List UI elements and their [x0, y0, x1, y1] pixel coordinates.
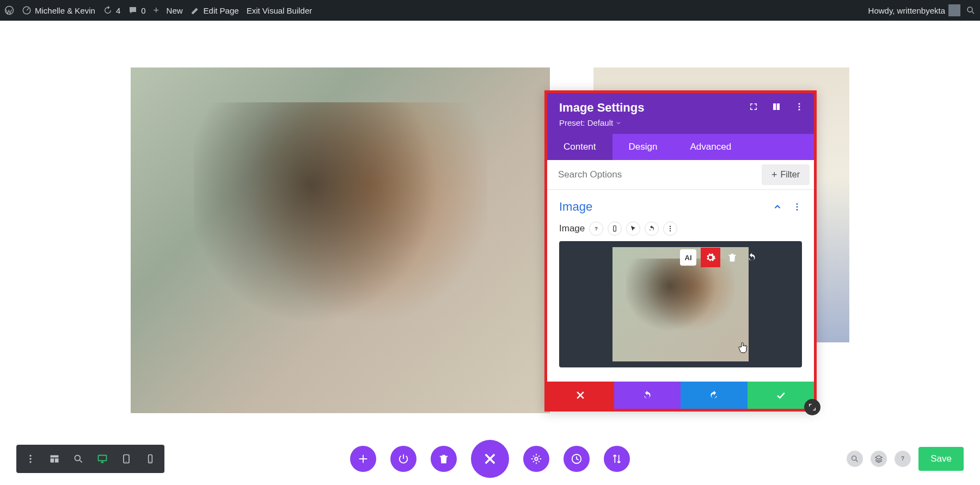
expand-icon[interactable] [749, 102, 758, 112]
desktop-view-button[interactable] [91, 448, 113, 470]
svg-point-28 [150, 461, 151, 462]
tab-design[interactable]: Design [612, 134, 674, 160]
site-name-link[interactable]: Michelle & Kevin [22, 5, 95, 15]
zoom-view-button[interactable] [68, 448, 89, 470]
add-button[interactable] [350, 446, 376, 472]
wp-logo-menu[interactable] [4, 5, 14, 15]
svg-point-7 [799, 109, 800, 110]
portability-button[interactable] [604, 446, 630, 472]
trash-icon [438, 453, 450, 465]
wp-admin-bar: Michelle & Kevin 4 0 +New Edit Page Exit… [0, 0, 980, 21]
svg-point-10 [797, 209, 798, 211]
new-content-link[interactable]: +New [154, 5, 183, 15]
page-image-left[interactable] [131, 67, 550, 413]
cancel-button[interactable] [547, 382, 614, 409]
view-controls-box [16, 445, 164, 473]
image-settings-gear-button[interactable] [701, 248, 720, 267]
refresh-icon [103, 5, 113, 15]
account-menu[interactable]: Howdy, writtenbyekta [868, 4, 960, 16]
ai-button[interactable]: AI [680, 249, 696, 266]
hover-button[interactable] [626, 222, 640, 236]
more-icon[interactable] [792, 202, 802, 212]
comments-link[interactable]: 0 [128, 5, 145, 15]
svg-rect-22 [55, 458, 59, 463]
pencil-icon [191, 5, 200, 15]
plus-icon: + [154, 5, 163, 15]
group-header-image[interactable]: Image [559, 200, 802, 214]
menu-button[interactable] [20, 448, 41, 470]
thumb-toolbar: AI [680, 248, 759, 267]
more-icon [25, 453, 36, 464]
svg-point-18 [29, 458, 31, 459]
svg-point-17 [29, 455, 31, 457]
mobile-view-button[interactable] [139, 448, 161, 470]
panel-tabs: Content Design Advanced [547, 134, 814, 160]
tab-advanced[interactable]: Advanced [673, 134, 748, 160]
help-icon: ? [898, 455, 907, 463]
wordpress-icon [4, 5, 14, 15]
svg-point-8 [797, 203, 798, 205]
check-icon [775, 390, 786, 401]
chevron-up-icon[interactable] [773, 202, 782, 212]
svg-point-13 [615, 230, 615, 231]
page-canvas: Image Settings Preset: Default Content D… [0, 21, 980, 485]
close-icon [482, 451, 498, 466]
wireframe-view-button[interactable] [44, 448, 65, 470]
tablet-view-button[interactable] [115, 448, 137, 470]
image-upload-area[interactable]: AI [559, 241, 802, 367]
reset-image-button[interactable] [744, 250, 759, 265]
reset-button[interactable] [645, 222, 659, 236]
resize-handle[interactable] [804, 399, 820, 415]
help-button[interactable]: ? [589, 222, 603, 236]
snap-icon[interactable] [771, 102, 781, 112]
wireframe-icon [49, 453, 60, 464]
panel-footer [547, 382, 814, 409]
tab-content[interactable]: Content [547, 134, 612, 160]
svg-point-14 [670, 226, 671, 227]
page-settings-button[interactable] [523, 446, 549, 472]
resize-icon [808, 403, 817, 412]
builder-bottom-bar: ? Save [0, 443, 980, 475]
tablet-icon [121, 453, 132, 464]
more-icon[interactable] [794, 102, 804, 112]
builder-center-actions [350, 440, 630, 478]
find-button[interactable] [847, 451, 863, 467]
undo-icon [648, 225, 656, 232]
undo-button[interactable] [614, 382, 681, 409]
dashboard-icon [22, 5, 32, 15]
svg-point-31 [852, 456, 856, 461]
cursor-hand-indicator [737, 341, 750, 354]
history-button[interactable] [564, 446, 590, 472]
filter-button[interactable]: +Filter [762, 164, 810, 185]
panel-header[interactable]: Image Settings Preset: Default [547, 93, 814, 134]
save-button[interactable]: Save [918, 447, 964, 471]
search-toggle[interactable] [966, 5, 976, 15]
close-builder-button[interactable] [471, 440, 509, 478]
edit-page-link[interactable]: Edit Page [191, 5, 239, 15]
control-label: Image [559, 223, 585, 234]
svg-text:?: ? [901, 456, 904, 462]
help-icon: ? [592, 225, 600, 232]
exit-visual-builder[interactable]: Exit Visual Builder [247, 6, 313, 15]
power-icon [397, 453, 409, 465]
builder-right-actions: ? Save [847, 447, 964, 471]
updates-link[interactable]: 4 [103, 5, 120, 15]
option-more-button[interactable] [663, 222, 677, 236]
preset-selector[interactable]: Preset: Default [559, 118, 802, 127]
search-options-input[interactable] [547, 161, 757, 189]
power-button[interactable] [390, 446, 416, 472]
clear-button[interactable] [431, 446, 457, 472]
redo-button[interactable] [681, 382, 748, 409]
svg-point-6 [799, 106, 800, 108]
responsive-button[interactable] [608, 222, 622, 236]
clock-icon [571, 453, 583, 465]
image-settings-panel: Image Settings Preset: Default Content D… [544, 90, 817, 412]
help-center-button[interactable]: ? [895, 451, 911, 467]
svg-rect-24 [99, 455, 107, 461]
delete-image-button[interactable] [725, 250, 740, 265]
plus-icon: + [771, 170, 777, 180]
svg-point-16 [670, 230, 671, 231]
comments-count: 0 [141, 6, 145, 15]
layers-button[interactable] [871, 451, 887, 467]
svg-point-5 [799, 103, 800, 105]
